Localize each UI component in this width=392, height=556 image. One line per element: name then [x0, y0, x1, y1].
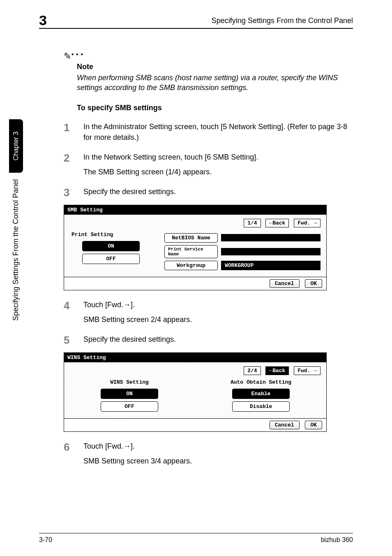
chapter-number-top: 3 [39, 12, 47, 28]
panel1-on-button[interactable]: ON [82, 241, 140, 251]
step-5-text: Specify the desired settings. [83, 334, 353, 345]
panel2-enable-button[interactable]: Enable [232, 389, 290, 399]
panel2-cancel-button[interactable]: Cancel [270, 421, 300, 429]
side-vertical-title: Specifying Settings From the Control Pan… [12, 179, 20, 321]
panel1-title: SMB Setting [64, 205, 326, 215]
step-2-number: 2 [64, 152, 83, 164]
step-3-text: Specify the desired settings. [83, 186, 353, 197]
step-4-sub: SMB Setting screen 2/4 appears. [83, 314, 353, 325]
header-rule [39, 28, 353, 29]
panel2-disable-button[interactable]: Disable [232, 401, 290, 412]
step-4-text: Touch [Fwd.→]. SMB Setting screen 2/4 ap… [83, 299, 353, 325]
step-1-text: In the Administrator Setting screen, tou… [83, 121, 353, 143]
panel2-ok-button[interactable]: OK [305, 421, 322, 429]
footer-page-number: 3-70 [39, 536, 52, 544]
step-2-text: In the Network Setting screen, touch [6 … [83, 152, 353, 177]
panel2-fwd-button[interactable]: Fwd. → [294, 366, 321, 375]
step-4-number: 4 [64, 299, 83, 312]
panel2-title: WINS Setting [64, 353, 326, 362]
note-label: Note [77, 63, 353, 71]
panel-wins-setting: WINS Setting 2/4 ←Back Fwd. → WINS Setti… [64, 352, 327, 432]
note-body: When performing SMB scans (host name set… [77, 73, 353, 93]
panel1-off-button[interactable]: OFF [82, 254, 140, 264]
footer-rule [39, 533, 353, 533]
step-2-main: In the Network Setting screen, touch [6 … [83, 153, 258, 161]
step-4: 4 Touch [Fwd.→]. SMB Setting screen 2/4 … [64, 299, 353, 325]
step-1: 1 In the Administrator Setting screen, t… [64, 121, 353, 143]
header-title: Specifying Settings From the Control Pan… [212, 16, 353, 25]
panel1-print-setting-label: Print Setting [70, 231, 152, 239]
step-2-sub: The SMB Setting screen (1/4) appears. [83, 167, 353, 177]
side-tab-chapter: Chapter 3 [9, 119, 23, 173]
panel1-workgroup-button[interactable]: Workgroup [164, 261, 218, 270]
panel2-back-button[interactable]: ←Back [265, 366, 289, 375]
step-6-sub: SMB Setting screen 3/4 appears. [83, 456, 353, 466]
panel1-workgroup-value: WORKGROUP [221, 261, 321, 270]
step-3: 3 Specify the desired settings. [64, 186, 353, 199]
panel1-print-service-button[interactable]: Print Service Name [164, 245, 218, 258]
step-1-number: 1 [64, 121, 83, 134]
panel1-netbios-value [221, 234, 321, 241]
note-icon: ✎ [64, 51, 71, 61]
step-6-main: Touch [Fwd.→]. [83, 442, 135, 450]
panel2-page-indicator: 2/4 [244, 366, 261, 375]
step-6-text: Touch [Fwd.→]. SMB Setting screen 3/4 ap… [83, 441, 353, 466]
step-5-number: 5 [64, 334, 83, 347]
panel1-cancel-button[interactable]: Cancel [270, 279, 300, 288]
panel1-ok-button[interactable]: OK [305, 279, 322, 288]
step-5: 5 Specify the desired settings. [64, 334, 353, 347]
panel2-on-button[interactable]: ON [101, 389, 158, 399]
step-6-number: 6 [64, 441, 83, 454]
step-2: 2 In the Network Setting screen, touch [… [64, 152, 353, 177]
content-area: ✎... Note When performing SMB scans (hos… [64, 45, 353, 467]
panel2-off-button[interactable]: OFF [101, 401, 158, 412]
step-4-main: Touch [Fwd.→]. [83, 301, 135, 309]
note-dots: ... [71, 45, 85, 58]
panel2-auto-obtain-label: Auto Obtain Setting [201, 378, 321, 386]
panel-smb-setting: SMB Setting 1/4 ←Back Fwd. → Print Setti… [64, 205, 327, 290]
side-tab-label: Chapter 3 [12, 132, 20, 160]
panel1-fwd-button[interactable]: Fwd. → [294, 219, 321, 227]
panel1-netbios-button[interactable]: NetBIOS Name [164, 233, 218, 243]
step-3-number: 3 [64, 186, 83, 199]
footer-model: bizhub 360 [321, 536, 353, 544]
panel1-back-button[interactable]: ←Back [265, 219, 289, 227]
panel1-print-service-value [221, 248, 321, 255]
step-6: 6 Touch [Fwd.→]. SMB Setting screen 3/4 … [64, 441, 353, 466]
note-block: ✎... Note When performing SMB scans (hos… [64, 45, 353, 93]
panel2-wins-label: WINS Setting [70, 378, 189, 386]
panel1-page-indicator: 1/4 [244, 219, 261, 227]
subheading: To specify SMB settings [77, 104, 353, 112]
